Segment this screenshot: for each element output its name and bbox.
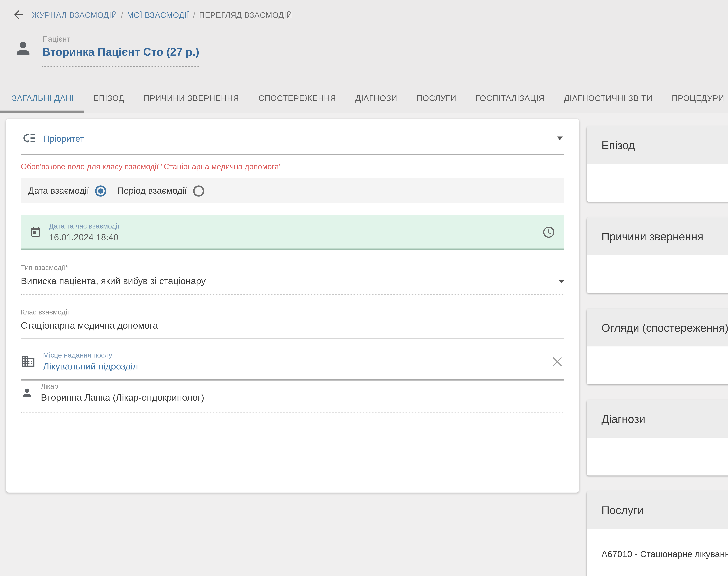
tab-general-data[interactable]: ЗАГАЛЬНІ ДАНІ bbox=[0, 83, 84, 113]
interaction-type-label: Тип взаємодії* bbox=[21, 263, 68, 271]
tab-procedures[interactable]: ПРОЦЕДУРИ bbox=[662, 83, 728, 113]
panel-title: Послуги bbox=[601, 504, 644, 516]
breadcrumb-separator: / bbox=[121, 10, 123, 19]
patient-label: Пацієнт bbox=[43, 34, 199, 43]
chevron-down-icon bbox=[557, 137, 563, 140]
breadcrumb-current: ПЕРЕГЛЯД ВЗАЄМОДІЙ bbox=[199, 10, 292, 19]
datetime-value: 16.01.2024 18:40 bbox=[49, 232, 542, 242]
breadcrumb-journal-link[interactable]: ЖУРНАЛ ВЗАЄМОДІЙ bbox=[32, 10, 117, 19]
radio-selected-icon[interactable] bbox=[95, 185, 106, 196]
radio-option-label: Період взаємодії bbox=[117, 185, 187, 196]
interaction-type-value: Виписка пацієнта, який вибув зі стаціона… bbox=[21, 276, 206, 286]
datetime-field[interactable]: Дата та час взаємодії 16.01.2024 18:40 bbox=[21, 215, 564, 250]
breadcrumb: ЖУРНАЛ ВЗАЄМОДІЙ / МОЇ ВЗАЄМОДІЇ / ПЕРЕГ… bbox=[0, 0, 728, 22]
observations-panel: Огляди (спостереження) Спостереження ще … bbox=[587, 309, 728, 384]
general-data-card: Пріоритет Обов'язкове поле для класу вза… bbox=[6, 119, 579, 492]
tab-bar: ЗАГАЛЬНІ ДАНІ ЕПІЗОД ПРИЧИНИ ЗВЕРНЕННЯ С… bbox=[0, 83, 728, 113]
datetime-label: Дата та час взаємодії bbox=[49, 221, 542, 230]
panel-title: Діагнози bbox=[601, 412, 645, 425]
panel-title: Огляди (спостереження) bbox=[601, 321, 728, 334]
episode-panel: Епізод Епізод відсутній bbox=[587, 126, 728, 202]
radio-option-interaction-period[interactable]: Період взаємодії bbox=[117, 185, 204, 196]
visit-reasons-panel-header[interactable]: Причини звернення bbox=[587, 217, 728, 255]
clear-icon[interactable] bbox=[550, 354, 564, 368]
interaction-view-page: ЖУРНАЛ ВЗАЄМОДІЙ / МОЇ ВЗАЄМОДІЇ / ПЕРЕГ… bbox=[0, 0, 728, 576]
tab-hospitalization[interactable]: ГОСПІТАЛІЗАЦІЯ bbox=[466, 83, 554, 113]
patient-header: Пацієнт Вторинка Пацієнт Сто (27 р.) bbox=[14, 34, 199, 67]
diagnoses-empty-text: Діагнози ще не додані bbox=[587, 438, 728, 476]
service-place-value[interactable]: Лікувальний підрозділ bbox=[43, 361, 550, 372]
radio-option-interaction-date[interactable]: Дата взаємодії bbox=[28, 185, 106, 196]
services-panel-header[interactable]: Послуги bbox=[587, 491, 728, 529]
interaction-type-select[interactable]: Тип взаємодії* Виписка пацієнта, який ви… bbox=[21, 260, 564, 294]
episode-empty-text: Епізод відсутній bbox=[587, 164, 728, 202]
visit-reasons-empty-text: Причини звернення ще не додані bbox=[587, 255, 728, 293]
service-list-item: А67010 - Стаціонарне лікування загальног… bbox=[601, 547, 728, 561]
breadcrumb-separator: / bbox=[193, 10, 195, 19]
diagnoses-panel: Діагнози Діагнози ще не додані bbox=[587, 400, 728, 476]
breadcrumb-my-interactions-link[interactable]: МОЇ ВЗАЄМОДІЇ bbox=[127, 10, 189, 19]
top-bar: ЖУРНАЛ ВЗАЄМОДІЙ / МОЇ ВЗАЄМОДІЇ / ПЕРЕГ… bbox=[0, 0, 728, 83]
services-panel: Послуги А67010 - Стаціонарне лікування з… bbox=[587, 491, 728, 576]
patient-name[interactable]: Вторинка Пацієнт Сто (27 р.) bbox=[43, 45, 199, 58]
tab-services[interactable]: ПОСЛУГИ bbox=[407, 83, 466, 113]
date-mode-group: Дата взаємодії Період взаємодії bbox=[21, 178, 564, 203]
panel-title: Причини звернення bbox=[601, 230, 703, 242]
building-icon bbox=[21, 354, 36, 369]
service-place-label: Місце надання послуг bbox=[43, 351, 550, 359]
panel-title: Епізод bbox=[601, 139, 635, 151]
low-priority-icon bbox=[22, 131, 36, 145]
doctor-value: Вторинна Ланка (Лікар-ендокринолог) bbox=[41, 393, 565, 403]
service-place-field[interactable]: Місце надання послуг Лікувальний підрозд… bbox=[21, 351, 564, 380]
tab-visit-reasons[interactable]: ПРИЧИНИ ЗВЕРНЕННЯ bbox=[134, 83, 249, 113]
chevron-down-icon bbox=[558, 279, 564, 283]
back-arrow-icon[interactable] bbox=[12, 8, 25, 22]
visit-reasons-panel: Причини звернення Причини звернення ще н… bbox=[587, 217, 728, 293]
tab-diagnostic-reports[interactable]: ДІАГНОСТИЧНІ ЗВІТИ bbox=[554, 83, 662, 113]
tab-episode[interactable]: ЕПІЗОД bbox=[84, 83, 134, 113]
doctor-person-icon bbox=[21, 386, 33, 399]
interaction-class-value: Стаціонарна медична допомога bbox=[21, 320, 158, 331]
doctor-field: Лікар Вторинна Ланка (Лікар-ендокринолог… bbox=[21, 382, 564, 412]
doctor-label: Лікар bbox=[41, 382, 565, 390]
episode-panel-header[interactable]: Епізод bbox=[587, 126, 728, 164]
priority-label: Пріоритет bbox=[43, 133, 557, 143]
tab-diagnoses[interactable]: ДІАГНОЗИ bbox=[346, 83, 407, 113]
tab-observations[interactable]: СПОСТЕРЕЖЕННЯ bbox=[249, 83, 346, 113]
priority-error-text: Обов'язкове поле для класу взаємодії "Ст… bbox=[21, 162, 564, 171]
observations-empty-text: Спостереження ще не додані bbox=[587, 346, 728, 384]
service-item-text: А67010 - Стаціонарне лікування загальног… bbox=[601, 548, 728, 559]
radio-option-label: Дата взаємодії bbox=[28, 185, 89, 196]
calendar-icon bbox=[30, 226, 42, 238]
interaction-class-label: Клас взаємодії bbox=[21, 308, 69, 316]
clock-icon[interactable] bbox=[542, 225, 556, 238]
content-area: Пріоритет Обов'язкове поле для класу вза… bbox=[0, 113, 728, 576]
patient-avatar-icon bbox=[14, 38, 33, 58]
diagnoses-panel-header[interactable]: Діагнози bbox=[587, 400, 728, 438]
priority-select[interactable]: Пріоритет bbox=[21, 119, 564, 155]
radio-unselected-icon[interactable] bbox=[193, 185, 204, 196]
interaction-class-field: Клас взаємодії Стаціонарна медична допом… bbox=[21, 304, 564, 339]
summary-panels: Епізод Епізод відсутній Причини зверненн… bbox=[587, 126, 728, 576]
observations-panel-header[interactable]: Огляди (спостереження) bbox=[587, 309, 728, 346]
